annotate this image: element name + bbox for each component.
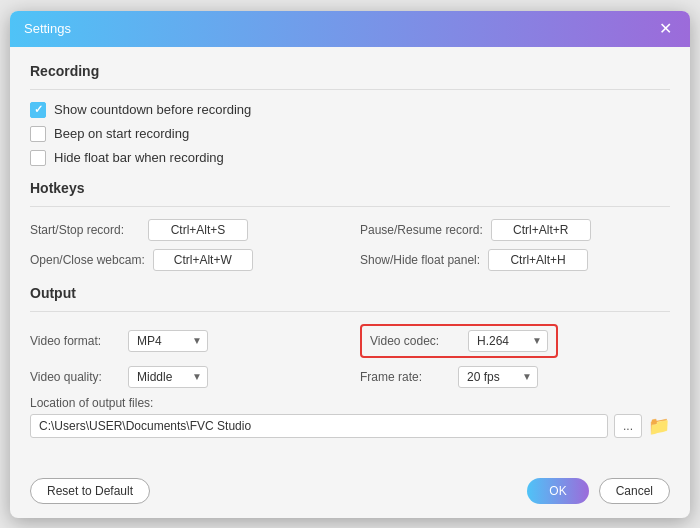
video-quality-select-wrapper: Middle Low High ▼	[128, 366, 208, 388]
recording-section-title: Recording	[30, 63, 670, 79]
browse-dots-button[interactable]: ...	[614, 414, 642, 438]
frame-rate-select-wrapper: 20 fps 24 fps 30 fps 60 fps ▼	[458, 366, 538, 388]
video-format-row: Video format: MP4 AVI MOV ▼	[30, 324, 340, 358]
pause-resume-label: Pause/Resume record:	[360, 223, 483, 237]
show-hide-float-row: Show/Hide float panel:	[360, 249, 670, 271]
location-input-row: ... 📁	[30, 414, 670, 438]
location-label: Location of output files:	[30, 396, 670, 410]
output-section: Output Video format: MP4 AVI MOV ▼	[30, 285, 670, 438]
ok-button[interactable]: OK	[527, 478, 588, 504]
start-stop-row: Start/Stop record:	[30, 219, 340, 241]
show-countdown-checkbox[interactable]	[30, 102, 46, 118]
output-grid: Video format: MP4 AVI MOV ▼ Video codec:	[30, 324, 670, 388]
pause-resume-input[interactable]	[491, 219, 591, 241]
dialog-footer: Reset to Default OK Cancel	[10, 468, 690, 518]
video-format-select[interactable]: MP4 AVI MOV	[128, 330, 208, 352]
show-hide-float-input[interactable]	[488, 249, 588, 271]
footer-right-buttons: OK Cancel	[527, 478, 670, 504]
video-quality-row: Video quality: Middle Low High ▼	[30, 366, 340, 388]
recording-section: Recording Show countdown before recordin…	[30, 63, 670, 166]
frame-rate-row: Frame rate: 20 fps 24 fps 30 fps 60 fps …	[360, 366, 670, 388]
hotkeys-section: Hotkeys Start/Stop record: Pause/Resume …	[30, 180, 670, 271]
frame-rate-select[interactable]: 20 fps 24 fps 30 fps 60 fps	[458, 366, 538, 388]
start-stop-label: Start/Stop record:	[30, 223, 140, 237]
beep-start-row: Beep on start recording	[30, 126, 670, 142]
output-divider	[30, 311, 670, 312]
hotkeys-divider	[30, 206, 670, 207]
hide-float-label: Hide float bar when recording	[54, 150, 224, 165]
close-button[interactable]: ✕	[655, 19, 676, 39]
video-format-label: Video format:	[30, 334, 120, 348]
reset-button[interactable]: Reset to Default	[30, 478, 150, 504]
cancel-button[interactable]: Cancel	[599, 478, 670, 504]
output-section-title: Output	[30, 285, 670, 301]
video-codec-select-wrapper: H.264 H.265 VP9 ▼	[468, 330, 548, 352]
frame-rate-label: Frame rate:	[360, 370, 450, 384]
hotkeys-grid: Start/Stop record: Pause/Resume record: …	[30, 219, 670, 271]
hide-float-checkbox[interactable]	[30, 150, 46, 166]
title-bar: Settings ✕	[10, 11, 690, 47]
dialog-title: Settings	[24, 21, 71, 36]
recording-divider	[30, 89, 670, 90]
show-hide-float-label: Show/Hide float panel:	[360, 253, 480, 267]
location-input[interactable]	[30, 414, 608, 438]
video-codec-highlight: Video codec: H.264 H.265 VP9 ▼	[360, 324, 558, 358]
location-row: Location of output files: ... 📁	[30, 396, 670, 438]
video-quality-label: Video quality:	[30, 370, 120, 384]
folder-icon[interactable]: 📁	[648, 415, 670, 437]
video-codec-row: Video codec: H.264 H.265 VP9 ▼	[360, 324, 670, 358]
show-countdown-label: Show countdown before recording	[54, 102, 251, 117]
hotkeys-section-title: Hotkeys	[30, 180, 670, 196]
start-stop-input[interactable]	[148, 219, 248, 241]
video-codec-select[interactable]: H.264 H.265 VP9	[468, 330, 548, 352]
pause-resume-row: Pause/Resume record:	[360, 219, 670, 241]
video-quality-select[interactable]: Middle Low High	[128, 366, 208, 388]
show-countdown-row: Show countdown before recording	[30, 102, 670, 118]
open-close-webcam-label: Open/Close webcam:	[30, 253, 145, 267]
video-format-select-wrapper: MP4 AVI MOV ▼	[128, 330, 208, 352]
settings-dialog: Settings ✕ Recording Show countdown befo…	[10, 11, 690, 518]
beep-start-label: Beep on start recording	[54, 126, 189, 141]
dialog-content: Recording Show countdown before recordin…	[10, 47, 690, 468]
hide-float-row: Hide float bar when recording	[30, 150, 670, 166]
beep-start-checkbox[interactable]	[30, 126, 46, 142]
open-close-webcam-input[interactable]	[153, 249, 253, 271]
video-codec-label: Video codec:	[370, 334, 460, 348]
open-close-webcam-row: Open/Close webcam:	[30, 249, 340, 271]
